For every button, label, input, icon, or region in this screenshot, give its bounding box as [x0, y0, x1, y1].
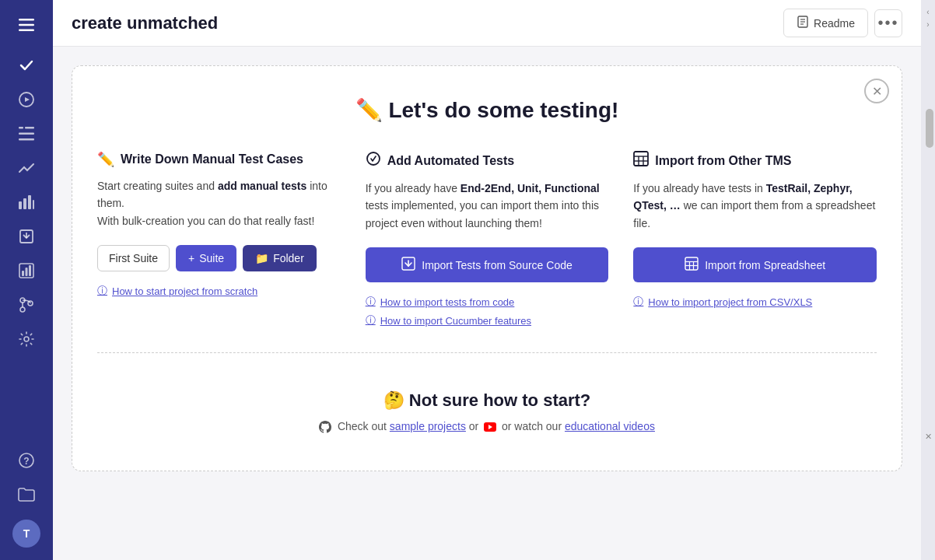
- column-automated-text: If you already have End-2End, Unit, Func…: [366, 180, 609, 232]
- more-icon: •••: [877, 14, 898, 32]
- readme-icon: [797, 16, 809, 30]
- side-close-icon[interactable]: ✕: [921, 429, 935, 443]
- svg-rect-0: [19, 19, 34, 21]
- auto-icon: [366, 151, 381, 170]
- avatar[interactable]: T: [12, 520, 40, 548]
- settings-icon[interactable]: [11, 324, 42, 355]
- title-emoji: ✏️: [355, 98, 383, 122]
- folder-plus-icon: 📁: [255, 252, 268, 264]
- import-code-link[interactable]: ⓘ How to import tests from code: [366, 295, 609, 309]
- git-icon[interactable]: [11, 289, 42, 320]
- welcome-title: ✏️ Let's do some testing!: [97, 97, 877, 123]
- more-button[interactable]: •••: [874, 9, 902, 37]
- info-circle-icon-2: ⓘ: [366, 295, 376, 309]
- import-tests-button[interactable]: Import Tests from Source Code: [366, 247, 609, 282]
- tms-links: ⓘ How to import project from CSV/XLS: [633, 295, 877, 309]
- sample-projects-link[interactable]: sample projects: [390, 420, 466, 432]
- plus-icon: +: [188, 252, 194, 264]
- header: create unmatched Readme •••: [53, 0, 921, 47]
- info-circle-icon-3: ⓘ: [366, 313, 376, 327]
- content-area: ✕ ✏️ Let's do some testing! ✏️ Write Dow…: [53, 47, 921, 560]
- scratch-link[interactable]: ⓘ How to start project from scratch: [97, 284, 341, 298]
- csv-link[interactable]: ⓘ How to import project from CSV/XLS: [633, 295, 877, 309]
- cucumber-link[interactable]: ⓘ How to import Cucumber features: [366, 313, 609, 327]
- svg-point-20: [20, 307, 25, 312]
- svg-rect-6: [19, 133, 34, 135]
- manual-links: ⓘ How to start project from scratch: [97, 284, 341, 298]
- svg-marker-4: [25, 97, 30, 102]
- chart-icon[interactable]: [11, 255, 42, 286]
- add-suite-button[interactable]: + Suite: [176, 245, 236, 271]
- welcome-card: ✕ ✏️ Let's do some testing! ✏️ Write Dow…: [72, 65, 902, 471]
- svg-text:?: ?: [23, 456, 29, 467]
- header-actions: Readme •••: [783, 9, 902, 37]
- svg-rect-18: [29, 265, 31, 276]
- collapse-up-icon[interactable]: ‹: [923, 6, 933, 17]
- page-title: create unmatched: [72, 13, 218, 33]
- sidebar: ? T: [0, 0, 53, 560]
- column-tms-text: If you already have tests in TestRail, Z…: [633, 180, 877, 232]
- svg-rect-11: [28, 195, 31, 209]
- main-content: create unmatched Readme •••: [53, 0, 921, 560]
- svg-point-30: [367, 152, 380, 165]
- manual-buttons: First Suite + Suite 📁 Folder: [97, 245, 341, 271]
- svg-rect-8: [25, 127, 34, 129]
- column-tms-header: Import from Other TMS: [633, 151, 877, 170]
- folder-icon[interactable]: [11, 479, 42, 510]
- educational-videos-link[interactable]: educational videos: [565, 420, 655, 432]
- scrollbar-thumb[interactable]: [926, 109, 933, 148]
- circle-play-icon[interactable]: [11, 84, 42, 115]
- scrollbar-area: ‹ › ✕: [921, 0, 935, 560]
- svg-point-23: [24, 337, 29, 341]
- import-spreadsheet-button[interactable]: Import from Spreadsheet: [633, 247, 877, 282]
- bottom-section: 🤔 Not sure how to start? Check out sampl…: [97, 378, 877, 439]
- readme-button[interactable]: Readme: [783, 9, 868, 37]
- column-automated-header: Add Automated Tests: [366, 151, 609, 170]
- columns-container: ✏️ Write Down Manual Test Cases Start cr…: [97, 151, 877, 327]
- column-manual: ✏️ Write Down Manual Test Cases Start cr…: [97, 151, 341, 327]
- github-icon: [319, 420, 338, 432]
- svg-rect-33: [634, 152, 648, 166]
- close-button[interactable]: ✕: [864, 79, 889, 103]
- thinking-emoji: 🤔: [383, 390, 404, 410]
- hamburger-icon[interactable]: [11, 9, 42, 40]
- bottom-text: Check out sample projects or or watch ou…: [97, 420, 877, 433]
- svg-rect-7: [19, 138, 34, 141]
- pencil-icon: ✏️: [97, 151, 114, 168]
- help-icon[interactable]: ?: [11, 445, 42, 476]
- svg-rect-38: [685, 257, 698, 270]
- list-lines-icon[interactable]: [11, 118, 42, 149]
- info-circle-icon-4: ⓘ: [633, 295, 643, 309]
- bottom-title: 🤔 Not sure how to start?: [97, 390, 877, 411]
- svg-rect-5: [19, 127, 23, 129]
- svg-rect-17: [26, 268, 28, 276]
- column-tms: Import from Other TMS If you already hav…: [633, 151, 877, 327]
- section-divider: [97, 352, 877, 353]
- youtube-icon: [482, 420, 502, 432]
- check-icon[interactable]: [11, 50, 42, 81]
- column-automated: Add Automated Tests If you already have …: [366, 151, 609, 327]
- collapse-arrows: ‹ ›: [921, 6, 935, 30]
- column-manual-text: Start creating suites and add manual tes…: [97, 177, 341, 229]
- info-circle-icon: ⓘ: [97, 284, 107, 298]
- svg-rect-12: [33, 200, 34, 209]
- svg-rect-10: [23, 198, 26, 209]
- trending-icon[interactable]: [11, 152, 42, 184]
- readme-label: Readme: [814, 17, 855, 30]
- column-manual-header: ✏️ Write Down Manual Test Cases: [97, 151, 341, 168]
- svg-rect-1: [19, 24, 34, 26]
- spreadsheet-icon: [633, 151, 649, 170]
- automated-links: ⓘ How to import tests from code ⓘ How to…: [366, 295, 609, 327]
- svg-rect-16: [22, 271, 24, 276]
- close-icon: ✕: [872, 84, 882, 99]
- svg-rect-2: [19, 30, 34, 32]
- analytics-icon[interactable]: [11, 187, 42, 218]
- add-folder-button[interactable]: 📁 Folder: [243, 245, 317, 271]
- svg-rect-9: [19, 201, 22, 209]
- import-icon[interactable]: [11, 221, 42, 252]
- spreadsheet-btn-icon: [685, 257, 699, 273]
- collapse-down-icon[interactable]: ›: [923, 19, 933, 30]
- first-suite-button[interactable]: First Suite: [97, 245, 170, 271]
- import-code-icon: [401, 257, 415, 273]
